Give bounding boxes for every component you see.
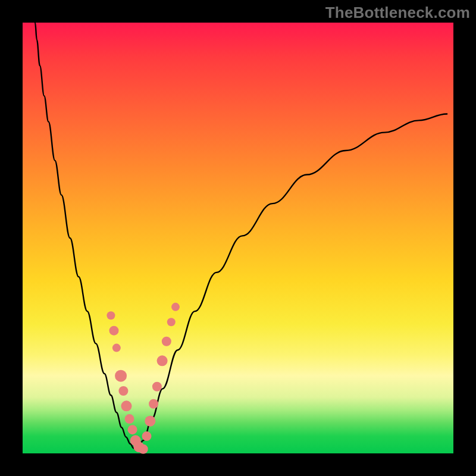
data-marker [128,425,137,434]
data-marker [118,386,128,396]
chart-frame: TheBottleneck.com [0,0,476,476]
data-marker [112,344,121,352]
data-marker [157,355,168,366]
data-marker [121,400,131,411]
data-marker [109,326,118,336]
data-marker [167,318,176,326]
data-marker [125,414,134,424]
watermark-text: TheBottleneck.com [325,4,470,22]
data-marker [152,382,162,392]
data-marker [142,431,152,441]
data-marker [139,444,148,454]
data-markers [107,303,180,454]
data-marker [171,303,180,311]
data-marker [107,311,115,320]
data-marker [145,416,155,427]
data-marker [162,337,171,346]
data-marker [115,370,127,382]
chart-overlay [23,23,453,453]
bottleneck-curve-right [137,114,447,450]
data-marker [149,399,158,409]
